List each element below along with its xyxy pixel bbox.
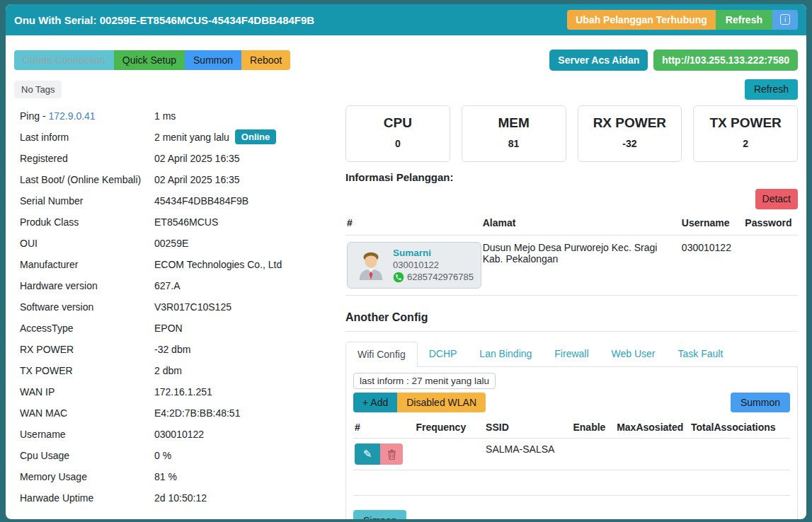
- info-value: V3R017C10S125: [154, 301, 334, 313]
- wifi-summon-button[interactable]: Summon: [731, 393, 790, 413]
- info-value: 00259E: [154, 238, 334, 249]
- col-header-password: Password: [743, 211, 798, 236]
- quick-setup-button[interactable]: Quick Setup: [114, 50, 185, 71]
- last-inform-value: 2 menit yang laluOnline: [154, 129, 334, 144]
- tab-lan-binding[interactable]: Lan Binding: [468, 342, 543, 366]
- ubah-pelanggan-button[interactable]: Ubah Pelanggan Terhubung: [567, 10, 716, 30]
- info-label: TX POWER: [14, 365, 154, 376]
- info-label: Hardware version: [14, 280, 154, 291]
- tab-firewall[interactable]: Firewall: [543, 342, 600, 366]
- info-value: 0 %: [154, 450, 334, 461]
- device-info-row: Harwade Uptime2d 10:50:12: [14, 487, 334, 509]
- reboot-button[interactable]: Reboot: [241, 50, 290, 71]
- info-value: EPON: [154, 323, 334, 334]
- wifi-last-inform: last inform : 27 menit yang lalu: [353, 373, 496, 389]
- device-info-row: Software versionV3R017C10S125: [14, 296, 334, 318]
- col-header-number: #: [345, 211, 481, 236]
- customer-card-info: Sumarni 030010122 6285742976785: [393, 248, 474, 283]
- add-wlan-button[interactable]: + Add: [353, 393, 397, 413]
- wifi-row-actions: ✎: [355, 443, 413, 465]
- stat-card-mem: MEM 81: [462, 105, 566, 162]
- col-header-ssid: SSID: [484, 417, 571, 439]
- device-info-row: TX POWER2 dbm: [14, 360, 334, 381]
- stat-title: RX POWER: [581, 115, 679, 131]
- device-info-row: Username030010122: [14, 424, 334, 445]
- info-value: ECOM Technologies Co., Ltd: [154, 259, 334, 270]
- stat-value: 0: [349, 138, 447, 149]
- no-tags-badge: No Tags: [14, 81, 62, 98]
- ping-value: 1 ms: [154, 110, 334, 122]
- card-body: Create Connection Quick Setup Summon Reb…: [6, 35, 806, 519]
- info-label: Harwade Uptime: [14, 492, 154, 504]
- device-info-row: RX POWER-32 dbm: [14, 339, 334, 360]
- disabled-wlan-button[interactable]: Disabled WLAN: [397, 393, 486, 413]
- tab-dchp[interactable]: DCHP: [418, 342, 469, 366]
- tab-task-fault[interactable]: Task Fault: [667, 342, 735, 366]
- device-info-row-last-inform: Last inform 2 menit yang laluOnline: [14, 127, 334, 148]
- info-label: Serial Number: [14, 195, 154, 207]
- simpan-button[interactable]: Simpan: [353, 510, 406, 519]
- device-info-row: Last Boot/ (Online Kembali)02 April 2025…: [14, 169, 334, 190]
- col-header-alamat: Alamat: [481, 211, 680, 236]
- col-header-enable: Enable: [571, 417, 615, 439]
- last-inform-label: Last inform: [14, 132, 154, 143]
- device-info-row-ping: Ping - 172.9.0.41 1 ms: [14, 105, 334, 127]
- tab-web-user[interactable]: Web User: [600, 342, 667, 366]
- avatar: [355, 249, 387, 282]
- customer-name: Sumarni: [393, 248, 474, 258]
- page-title: Onu With Serial: 00259E-ET8546MCUS-45434…: [14, 14, 314, 26]
- ping-label: Ping - 172.9.0.41: [14, 110, 154, 122]
- device-info-row: Memory Usage81 %: [14, 466, 334, 487]
- info-value: 2d 10:50:12: [154, 492, 334, 504]
- delete-wlan-button[interactable]: [380, 443, 403, 465]
- info-label: AccessType: [14, 323, 154, 334]
- wifi-add-group: + Add Disabled WLAN: [353, 393, 486, 413]
- customer-alamat: Dusun Mejo Desa Purworejo Kec. Sragi Kab…: [481, 235, 680, 295]
- device-info-row: Registered02 April 2025 16:35: [14, 148, 334, 169]
- col-header-number: #: [353, 417, 414, 439]
- stat-card-cpu: CPU 0: [345, 105, 450, 162]
- create-connection-button[interactable]: Create Connection: [14, 50, 114, 71]
- customer-whatsapp[interactable]: 6285742976785: [393, 272, 474, 283]
- info-label: RX POWER: [14, 344, 154, 355]
- card-header: Onu With Serial: 00259E-ET8546MCUS-45434…: [6, 4, 806, 35]
- detact-row: Detact: [345, 189, 798, 209]
- onu-detail-card: Onu With Serial: 00259E-ET8546MCUS-45434…: [6, 4, 806, 519]
- info-value: 02 April 2025 16:35: [154, 174, 334, 185]
- info-button[interactable]: i: [772, 10, 798, 30]
- another-config-title: Another Config: [345, 311, 798, 324]
- device-info-row: AccessTypeEPON: [14, 318, 334, 339]
- info-icon: i: [780, 14, 790, 25]
- ping-ip-link[interactable]: 172.9.0.41: [48, 110, 95, 122]
- info-value: 030010122: [154, 429, 334, 440]
- device-info-row: Hardware version627.A: [14, 275, 334, 296]
- detact-button[interactable]: Detact: [755, 189, 798, 209]
- info-label: OUI: [14, 238, 154, 249]
- wifi-actions: + Add Disabled WLAN Summon: [353, 393, 790, 413]
- wifi-enable: [571, 439, 615, 470]
- stat-value: 81: [465, 138, 563, 149]
- whatsapp-icon: [393, 272, 404, 283]
- refresh-button[interactable]: Refresh: [745, 79, 798, 100]
- info-label: WAN MAC: [14, 407, 154, 419]
- tab-wifi-config[interactable]: Wifi Config: [345, 342, 418, 367]
- info-label: WAN IP: [14, 386, 154, 398]
- info-label: Registered: [14, 153, 154, 164]
- customer-card[interactable]: Sumarni 030010122 6285742976785: [347, 242, 481, 289]
- info-label: Produk Class: [14, 216, 154, 228]
- edit-wlan-button[interactable]: ✎: [355, 443, 380, 465]
- ping-label-prefix: Ping -: [20, 110, 48, 122]
- info-value: -32 dbm: [154, 344, 334, 355]
- info-label: Last Boot/ (Online Kembali): [14, 174, 154, 185]
- stat-card-tx-power: TX POWER 2: [693, 105, 798, 162]
- customer-row: Sumarni 030010122 6285742976785: [345, 235, 798, 295]
- device-info-row: WAN MACE4:2D:7B:BB:48:51: [14, 402, 334, 424]
- action-button-group: Create Connection Quick Setup Summon Reb…: [14, 50, 290, 71]
- trash-icon: [387, 449, 396, 460]
- header-refresh-button[interactable]: Refresh: [716, 10, 772, 30]
- device-info-row: ManufacturerECOM Technologies Co., Ltd: [14, 254, 334, 275]
- info-value: ET8546MCUS: [154, 216, 334, 228]
- tags-row: No Tags Refresh: [14, 79, 798, 100]
- customer-username: 030010122: [680, 235, 743, 295]
- summon-button[interactable]: Summon: [185, 50, 241, 71]
